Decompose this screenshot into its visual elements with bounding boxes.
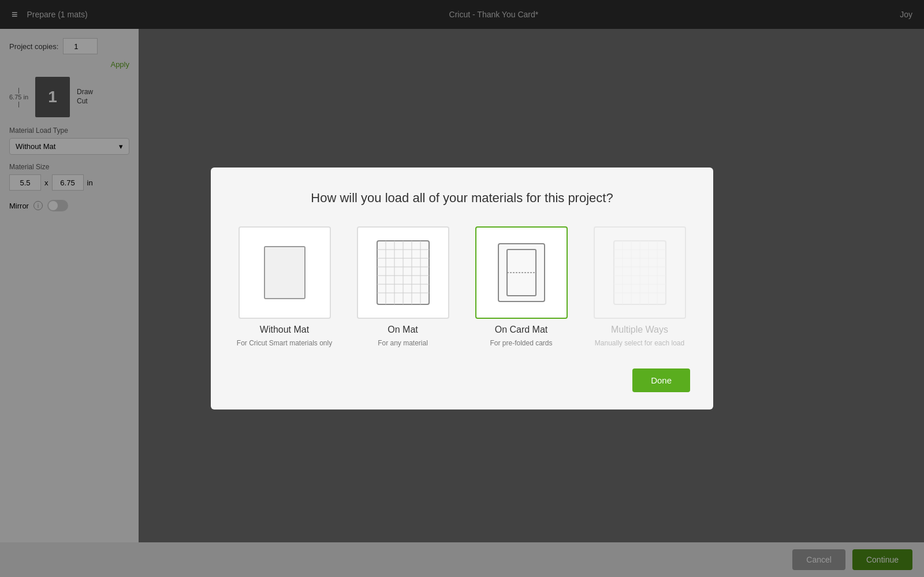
svg-rect-0 <box>264 247 305 299</box>
multiple-ways-box <box>594 226 686 319</box>
option-without-mat[interactable]: Without Mat For Cricut Smart materials o… <box>234 226 335 348</box>
without-mat-icon <box>262 244 308 301</box>
option-on-mat[interactable]: On Mat For any material <box>352 226 453 348</box>
option-on-card-mat[interactable]: On Card Mat For pre-folded cards <box>471 226 572 348</box>
modal-title: How will you load all of your materials … <box>234 191 690 206</box>
on-mat-box <box>357 226 449 319</box>
without-mat-desc: For Cricut Smart materials only <box>237 338 332 348</box>
options-row: Without Mat For Cricut Smart materials o… <box>234 226 690 348</box>
on-card-mat-box <box>475 226 568 319</box>
on-mat-icon <box>374 238 432 307</box>
modal-footer: Done <box>234 368 690 392</box>
on-card-mat-icon <box>495 241 547 304</box>
modal-dialog: How will you load all of your materials … <box>211 167 713 410</box>
multiple-ways-desc: Manually select for each load <box>595 338 684 348</box>
option-multiple-ways[interactable]: Multiple Ways Manually select for each l… <box>589 226 690 348</box>
multiple-ways-icon <box>611 238 669 307</box>
without-mat-title: Without Mat <box>260 325 309 335</box>
on-card-mat-title: On Card Mat <box>495 325 548 335</box>
on-card-mat-desc: For pre-folded cards <box>490 338 552 348</box>
without-mat-box <box>239 226 331 319</box>
done-button[interactable]: Done <box>632 368 690 392</box>
multiple-ways-title: Multiple Ways <box>611 325 668 335</box>
on-mat-desc: For any material <box>378 338 428 348</box>
on-mat-title: On Mat <box>388 325 418 335</box>
